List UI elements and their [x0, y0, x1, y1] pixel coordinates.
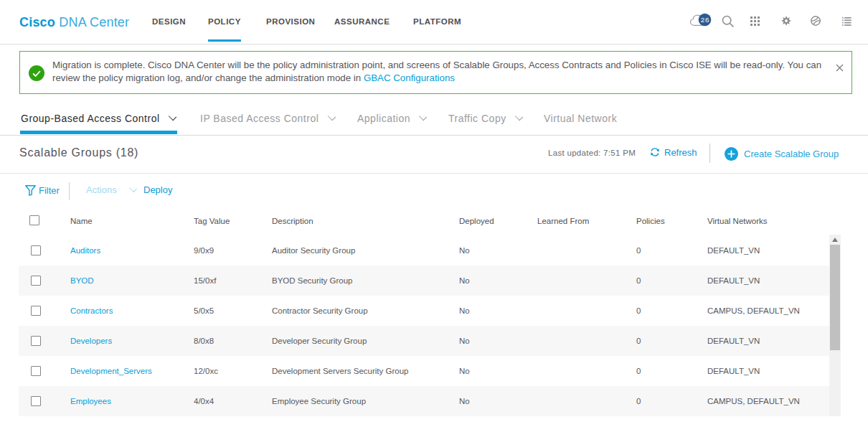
svg-text:26: 26 [701, 16, 710, 24]
